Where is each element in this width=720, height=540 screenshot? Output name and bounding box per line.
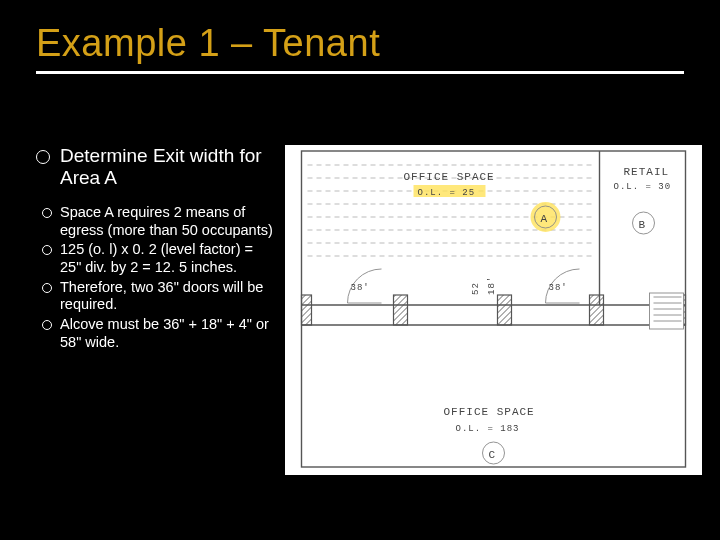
plan-ol-office-c: O.L. = 183: [456, 424, 520, 434]
bullet-sub-text: Alcove must be 36" + 18" + 4" or 58" wid…: [60, 316, 277, 351]
plan-dim-2: 18': [487, 276, 497, 295]
bullet-lead-text: Determine Exit width for Area A: [60, 145, 277, 190]
bullet-sub: Alcove must be 36" + 18" + 4" or 58" wid…: [42, 316, 277, 351]
plan-marker-c: C: [489, 449, 497, 461]
bullet-open-icon: [36, 150, 50, 164]
plan-marker-b: B: [639, 219, 647, 231]
plan-ol-retail: O.L. = 30: [614, 182, 672, 192]
plan-dim-1: 52: [471, 282, 481, 295]
bullet-sub: Space A requires 2 means of egress (more…: [42, 204, 277, 239]
svg-rect-23: [650, 293, 684, 329]
bullet-sub: 125 (o. l) x 0. 2 (level factor) = 25" d…: [42, 241, 277, 276]
bullet-lead: Determine Exit width for Area A: [36, 145, 277, 190]
bullet-sub-text: Space A requires 2 means of egress (more…: [60, 204, 277, 239]
bullet-open-icon: [42, 283, 52, 293]
plan-label-retail: RETAIL: [624, 166, 670, 178]
title-underline: [36, 71, 684, 74]
bullet-open-icon: [42, 320, 52, 330]
plan-label-office-a: OFFICE SPACE: [404, 171, 495, 183]
bullet-list: Determine Exit width for Area A Space A …: [0, 145, 285, 540]
plan-door-width-left: 38': [351, 283, 370, 293]
svg-rect-19: [590, 295, 604, 325]
bullet-open-icon: [42, 245, 52, 255]
svg-rect-17: [394, 295, 408, 325]
svg-rect-18: [498, 295, 512, 325]
plan-marker-a: A: [541, 213, 549, 225]
slide-title: Example 1 – Tenant: [36, 22, 684, 65]
bullet-sub-text: Therefore, two 36" doors will be require…: [60, 279, 277, 314]
plan-label-office-c: OFFICE SPACE: [444, 406, 535, 418]
svg-rect-16: [302, 295, 312, 325]
plan-door-width-right: 38': [549, 283, 568, 293]
plan-ol-office-a: O.L. = 25: [418, 188, 476, 198]
bullet-open-icon: [42, 208, 52, 218]
floor-plan-diagram: OFFICE SPACE O.L. = 25 RETAIL O.L. = 30 …: [285, 145, 702, 475]
svg-rect-0: [302, 151, 686, 467]
bullet-sub-text: 125 (o. l) x 0. 2 (level factor) = 25" d…: [60, 241, 277, 276]
bullet-sub: Therefore, two 36" doors will be require…: [42, 279, 277, 314]
